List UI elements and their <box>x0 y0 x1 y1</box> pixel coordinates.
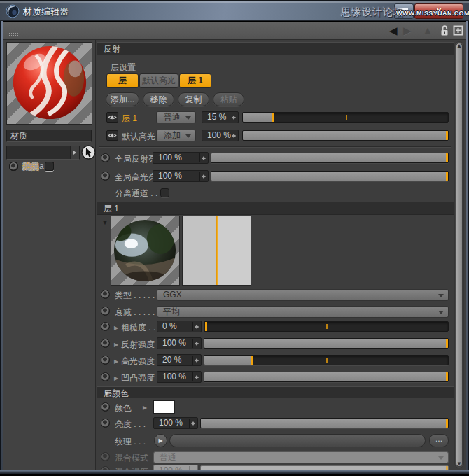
add-layer-button[interactable]: 添加... <box>106 92 139 106</box>
texture-browse-button[interactable]: ... <box>429 434 449 447</box>
copy-layer-button[interactable]: 复制 <box>178 92 209 106</box>
tab-layer-1[interactable]: 层 1 <box>179 74 211 88</box>
window-border-bottom <box>0 470 469 475</box>
slider-handle[interactable] <box>251 356 253 365</box>
spinner-arrows-icon[interactable] <box>192 372 199 382</box>
layer-visibility-toggle[interactable] <box>106 130 118 141</box>
layer-opacity-slider[interactable] <box>242 130 449 141</box>
specular-strength-spinner[interactable]: 20 % <box>157 354 202 366</box>
type-dropdown[interactable]: GGX <box>157 289 449 301</box>
reflection-strength-slider[interactable] <box>204 338 449 349</box>
vertical-scrollbar[interactable]: ▲ ▼ <box>454 41 464 468</box>
chrome-sphere-preview <box>111 216 179 285</box>
layer-opacity-spinner[interactable]: 15 % <box>202 111 239 123</box>
tab-default-specular[interactable]: 默认高光 <box>139 74 178 88</box>
expand-triangle-icon[interactable]: ▶ <box>114 342 118 348</box>
history-back-icon[interactable]: ◀ <box>389 24 398 37</box>
parameter-radio[interactable] <box>101 372 110 382</box>
parameter-radio[interactable] <box>101 322 110 331</box>
tab-layers[interactable]: 层 <box>106 74 139 88</box>
brightness-slider[interactable] <box>200 418 449 428</box>
remove-layer-button[interactable]: 移除 <box>143 92 174 106</box>
slider-handle[interactable] <box>446 172 448 181</box>
expand-triangle-icon[interactable]: ▶ <box>143 405 147 411</box>
expand-triangle-icon[interactable]: ▶ <box>114 325 118 331</box>
spinner-arrows-icon[interactable] <box>230 113 236 122</box>
layer-opacity-slider[interactable] <box>242 112 449 122</box>
spinner-arrows-icon[interactable] <box>192 322 199 331</box>
paste-layer-button[interactable]: 粘贴 <box>213 92 244 106</box>
layer-blend-dropdown[interactable]: 添加 <box>156 130 196 141</box>
spinner-arrows-icon[interactable] <box>192 356 199 365</box>
parameter-radio[interactable] <box>101 339 110 348</box>
parameter-radio[interactable] <box>101 419 110 428</box>
global-reflection-slider[interactable] <box>211 153 449 163</box>
bump-strength-spinner[interactable]: 100 % <box>157 371 202 383</box>
collapse-triangle-icon[interactable]: ▼ <box>104 387 110 400</box>
right-arrow-icon <box>74 150 78 155</box>
collapse-triangle-icon[interactable]: ▼ <box>102 218 108 226</box>
brightness-spinner[interactable]: 100 % <box>153 417 198 429</box>
lock-icon[interactable] <box>440 24 449 36</box>
new-window-icon[interactable] <box>453 25 463 36</box>
history-forward-icon[interactable]: ▶ <box>403 24 412 37</box>
scroll-down-icon[interactable]: ▼ <box>456 461 462 467</box>
parameter-radio[interactable] <box>101 402 110 412</box>
pick-material-button[interactable] <box>81 145 96 160</box>
texture-expand-button[interactable]: ▶ <box>154 434 167 447</box>
title-bar[interactable]: 材质编辑器 思缘设计论坛 X WWW.MISSYUAN.COM <box>0 0 469 21</box>
slider-handle[interactable] <box>205 322 207 331</box>
up-icon[interactable]: ▲ <box>423 24 433 36</box>
spinner-arrows-icon[interactable] <box>230 131 236 140</box>
spinner-arrows-icon[interactable] <box>200 172 206 181</box>
texture-slot-button[interactable] <box>169 434 426 447</box>
sidebar-item-assign[interactable]: 指定 <box>3 159 96 174</box>
slider-handle[interactable] <box>446 372 448 382</box>
scroll-up-icon[interactable]: ▲ <box>456 43 462 49</box>
slider-handle[interactable] <box>446 339 448 348</box>
falloff-gradient-preview[interactable] <box>182 216 251 286</box>
spinner-arrows-icon[interactable] <box>192 339 199 348</box>
parameter-radio[interactable] <box>101 153 110 162</box>
attenuation-row: 衰减 . . . . . 平均 <box>97 305 454 318</box>
layer-name[interactable]: 层 1 <box>122 113 137 125</box>
roughness-spinner[interactable]: 0 % <box>157 321 202 332</box>
app-icon <box>6 4 20 18</box>
layer-blend-dropdown[interactable]: 普通 <box>156 111 196 123</box>
material-name-input[interactable]: 材质 <box>6 130 92 142</box>
reflection-strength-spinner[interactable]: 100 % <box>157 337 202 349</box>
global-reflection-spinner[interactable]: 100 % <box>153 152 209 164</box>
layer-opacity-spinner[interactable]: 100 % <box>202 130 239 141</box>
sidebar-item-label[interactable]: 指定 <box>22 161 39 173</box>
specular-strength-slider[interactable] <box>204 355 449 365</box>
layer-reflection-preview[interactable] <box>111 216 180 286</box>
slider-handle[interactable] <box>446 419 448 428</box>
expand-triangle-icon[interactable]: ▶ <box>114 375 118 382</box>
scrollbar-thumb[interactable] <box>456 43 463 467</box>
roughness-slider[interactable] <box>204 321 449 332</box>
parameter-radio[interactable] <box>101 356 110 365</box>
sidebar: 材质 颜色 漫射 <box>3 40 96 470</box>
spinner-arrows-icon[interactable] <box>189 419 195 428</box>
global-specular-spinner[interactable]: 100 % <box>153 170 209 182</box>
layer-name[interactable]: 默认高光 <box>122 131 155 143</box>
bump-strength-slider[interactable] <box>204 372 449 382</box>
dropdown-arrow-segment[interactable] <box>70 146 79 159</box>
attenuation-dropdown[interactable]: 平均 <box>157 306 449 318</box>
global-specular-slider[interactable] <box>211 171 449 181</box>
spinner-arrows-icon[interactable] <box>200 153 206 162</box>
slider-handle[interactable] <box>446 153 448 162</box>
material-preview[interactable] <box>6 42 92 125</box>
color-swatch[interactable] <box>153 400 175 414</box>
slider-handle[interactable] <box>272 113 274 122</box>
parameter-radio[interactable] <box>101 307 110 316</box>
drag-grip[interactable] <box>8 26 20 36</box>
expand-triangle-icon[interactable]: ▶ <box>114 358 118 365</box>
parameter-radio[interactable] <box>101 172 110 181</box>
separate-passes-checkbox[interactable] <box>160 188 169 197</box>
layer-visibility-toggle[interactable] <box>106 112 118 122</box>
section-header-layer-color[interactable]: ▼层颜色 <box>97 386 454 398</box>
slider-handle[interactable] <box>446 131 448 140</box>
parameter-radio[interactable] <box>101 290 110 299</box>
preview-type-dropdown[interactable] <box>6 146 80 160</box>
